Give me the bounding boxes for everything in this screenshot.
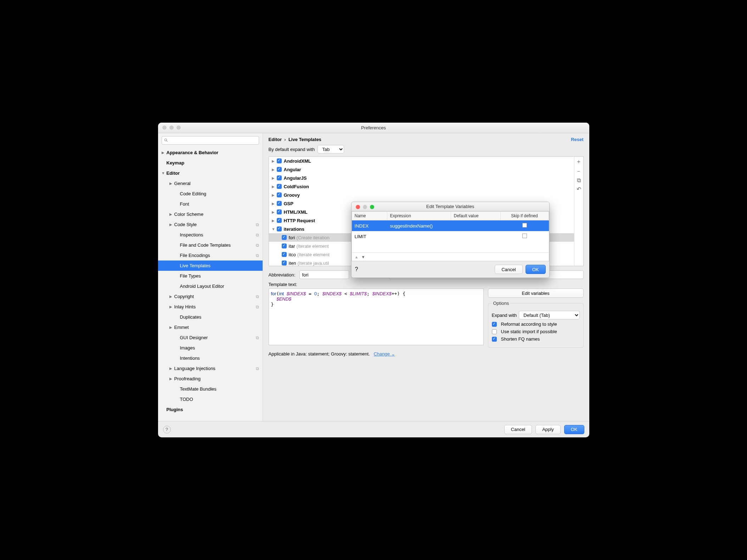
sidebar: ▶Appearance & BehaviorKeymap▼Editor▶Gene… <box>158 133 263 421</box>
sidebar-item-gui-designer[interactable]: GUI Designer⧉ <box>158 332 263 343</box>
modal-title: Edit Template Variables <box>426 204 474 209</box>
sidebar-item-color-scheme[interactable]: ▶Color Scheme <box>158 209 263 219</box>
sidebar-item-todo[interactable]: TODO <box>158 394 263 404</box>
sidebar-item-plugins[interactable]: Plugins <box>158 404 263 415</box>
shorten-fq-checkbox[interactable] <box>492 337 497 342</box>
remove-icon[interactable]: － <box>576 168 582 175</box>
window-title: Preferences <box>361 125 386 130</box>
dialog-footer: ? Cancel Apply OK <box>158 421 589 437</box>
sidebar-item-appearance[interactable]: ▶Appearance & Behavior <box>158 147 263 158</box>
sidebar-item-code-style[interactable]: ▶Code Style⧉ <box>158 219 263 230</box>
abbrev-label: Abbreviation: <box>269 272 296 278</box>
apply-button[interactable]: Apply <box>535 425 561 434</box>
move-down-icon[interactable]: ▼ <box>361 255 365 259</box>
maximize-icon[interactable] <box>370 205 374 209</box>
sidebar-item-general[interactable]: ▶General <box>158 178 263 189</box>
template-group[interactable]: ▶Groovy <box>269 191 574 199</box>
sidebar-item-file-code-templates[interactable]: File and Code Templates⧉ <box>158 240 263 250</box>
static-import-checkbox[interactable] <box>492 329 497 334</box>
search-icon <box>164 138 168 142</box>
sidebar-item-intentions[interactable]: Intentions <box>158 353 263 363</box>
template-group[interactable]: ▶Angular <box>269 165 574 174</box>
sidebar-item-font[interactable]: Font <box>158 199 263 209</box>
move-up-icon[interactable]: ▲ <box>355 255 359 259</box>
expand-select[interactable]: Tab <box>318 145 344 153</box>
svg-line-1 <box>166 141 167 142</box>
sidebar-item-keymap[interactable]: Keymap <box>158 158 263 168</box>
minimize-icon[interactable] <box>363 205 367 209</box>
expand-label: By default expand with <box>269 147 315 152</box>
reset-button[interactable]: Reset <box>571 137 583 142</box>
options-group: Options Expand with Default (Tab) Reform… <box>488 301 584 348</box>
template-text-label: Template text: <box>263 281 589 289</box>
sidebar-item-editor[interactable]: ▼Editor <box>158 168 263 178</box>
sidebar-item-proofreading[interactable]: ▶Proofreading <box>158 374 263 384</box>
chevron-down-icon: ⌄ <box>391 351 395 357</box>
modal-ok-button[interactable]: OK <box>526 265 546 274</box>
expand-with-label: Expand with <box>492 313 517 318</box>
abbrev-input[interactable] <box>299 270 349 279</box>
settings-tree[interactable]: ▶Appearance & BehaviorKeymap▼Editor▶Gene… <box>158 147 263 421</box>
maximize-icon[interactable] <box>176 125 181 130</box>
template-group[interactable]: ▶ColdFusion <box>269 182 574 191</box>
preferences-window: Preferences ▶Appearance & BehaviorKeymap… <box>158 123 589 437</box>
breadcrumb: Editor › Live Templates <box>269 137 321 142</box>
minimize-icon[interactable] <box>169 125 174 130</box>
sidebar-item-inspections[interactable]: Inspections⧉ <box>158 230 263 240</box>
sidebar-item-images[interactable]: Images <box>158 343 263 353</box>
sidebar-item-live-templates[interactable]: Live Templates <box>158 261 263 271</box>
sidebar-item-duplicates[interactable]: Duplicates <box>158 312 263 322</box>
template-group[interactable]: ▶AngularJS <box>269 174 574 182</box>
reformat-checkbox[interactable] <box>492 322 497 327</box>
sidebar-item-file-encodings[interactable]: File Encodings⧉ <box>158 250 263 261</box>
sidebar-item-code-editing[interactable]: Code Editing <box>158 189 263 199</box>
edit-variables-dialog: Edit Template Variables Name Expression … <box>351 202 550 278</box>
table-row[interactable]: LIMIT <box>352 231 549 242</box>
variables-table[interactable]: Name Expression Default value Skip if de… <box>352 211 549 261</box>
edit-variables-button[interactable]: Edit variables <box>488 289 584 298</box>
modal-cancel-button[interactable]: Cancel <box>495 265 522 274</box>
applicable-text: Applicable in Java: statement; Groovy: s… <box>269 351 370 357</box>
template-text-editor[interactable]: for(int $INDEX$ = 0; $INDEX$ < $LIMIT$; … <box>269 289 484 345</box>
close-icon[interactable] <box>162 125 167 130</box>
help-button[interactable]: ? <box>355 266 358 273</box>
svg-point-0 <box>164 139 167 141</box>
table-row[interactable]: INDEXsuggestIndexName() <box>352 220 549 231</box>
sidebar-item-android-layout-editor[interactable]: Android Layout Editor <box>158 281 263 291</box>
cancel-button[interactable]: Cancel <box>504 425 532 434</box>
close-icon[interactable] <box>356 205 360 209</box>
template-group[interactable]: ▶AndroidXML <box>269 157 574 165</box>
sidebar-item-copyright[interactable]: ▶Copyright⧉ <box>158 291 263 302</box>
undo-icon[interactable]: ↶ <box>577 186 581 192</box>
sidebar-item-language-injections[interactable]: ▶Language Injections⧉ <box>158 363 263 374</box>
sidebar-item-emmet[interactable]: ▶Emmet <box>158 322 263 332</box>
sidebar-item-textmate-bundles[interactable]: TextMate Bundles <box>158 384 263 394</box>
sidebar-item-file-types[interactable]: File Types <box>158 271 263 281</box>
add-icon[interactable]: ＋ <box>576 158 582 166</box>
search-input[interactable] <box>162 136 259 145</box>
titlebar: Preferences <box>158 123 589 133</box>
template-toolbar: ＋ － ⧉ ↶ <box>574 157 583 266</box>
change-link[interactable]: Change ⌄ <box>374 351 395 357</box>
help-button[interactable]: ? <box>163 426 171 433</box>
expand-with-select[interactable]: Default (Tab) <box>519 311 579 319</box>
sidebar-item-inlay-hints[interactable]: ▶Inlay Hints⧉ <box>158 302 263 312</box>
copy-icon[interactable]: ⧉ <box>577 177 581 184</box>
ok-button[interactable]: OK <box>564 425 584 434</box>
